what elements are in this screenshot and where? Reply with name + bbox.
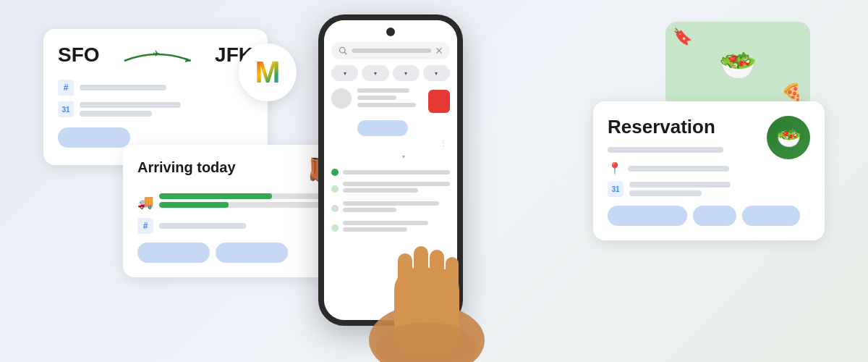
hashtag-icon: # (58, 80, 74, 96)
phone-search-bar[interactable] (331, 42, 450, 59)
status-dot-1 (331, 169, 339, 176)
food-plate-emoji: 🥗 (776, 126, 801, 150)
status-dot-3 (331, 205, 339, 212)
reservation-card: Reservation 🥗 📍 31 (593, 101, 825, 240)
food-emoji: 🥗 (719, 48, 757, 83)
gmail-logo: M (239, 43, 297, 101)
food-preview-card: 🥗 🍕 🔖 (665, 22, 810, 109)
flight-arrow: ✈ (106, 46, 210, 64)
reservation-location-row: 📍 (608, 161, 810, 175)
flight-detail-bar (80, 85, 166, 90)
reservation-calendar-icon: 31 (608, 181, 624, 197)
email-item-1 (331, 88, 450, 113)
delivery-progress (159, 193, 333, 211)
email-item-3 (331, 182, 450, 195)
flight-action-button[interactable] (58, 127, 130, 148)
email-lines-1 (357, 88, 422, 110)
flight-calendar-row: 31 (58, 101, 253, 117)
reservation-date-bar (629, 182, 731, 188)
filter-row: ▾ ▾ ▾ ▾ (331, 65, 450, 81)
flight-time-bar (80, 111, 152, 117)
reservation-time-bar (629, 190, 702, 196)
dropdown-indicator: ▾ (357, 148, 450, 161)
pizza-emoji: 🍕 (781, 83, 803, 103)
flight-origin: SFO (58, 43, 100, 67)
reservation-detail-bar (608, 147, 723, 153)
progress-fill-2 (159, 202, 229, 208)
delivery-title: Arriving today (137, 159, 236, 176)
delivery-hashtag-row: # (137, 218, 333, 234)
flight-hashtag-row: # (58, 80, 253, 96)
svg-rect-10 (430, 250, 444, 308)
email-item-2 (331, 169, 450, 176)
reservation-button-2[interactable] (693, 206, 736, 226)
food-image: 🥗 🍕 🔖 (665, 22, 810, 109)
more-dots: ⋮ (357, 139, 450, 147)
filter-chip-4[interactable]: ▾ (423, 65, 450, 81)
reservation-button-3[interactable] (742, 206, 800, 226)
reservation-food-icon: 🥗 (767, 116, 810, 159)
avatar-1 (331, 88, 352, 109)
email-action-pill[interactable] (357, 120, 408, 136)
search-text-bar (352, 49, 431, 53)
gmail-letter: M (255, 57, 281, 88)
shopping-bag-icon (428, 90, 450, 113)
delivery-status-row: 🚚 (137, 193, 333, 211)
status-dot-4 (331, 224, 339, 232)
flight-date-bar (80, 102, 181, 108)
delivery-card: Arriving today 👢 🚚 # (123, 145, 347, 277)
delivery-button-1[interactable] (137, 243, 210, 263)
search-icon (339, 46, 347, 55)
progress-fill (159, 193, 272, 199)
svg-rect-9 (414, 246, 428, 308)
location-pin-icon: 📍 (608, 161, 622, 175)
hand (354, 210, 499, 362)
close-icon (435, 47, 443, 54)
location-bar (628, 166, 729, 172)
svg-rect-11 (446, 257, 459, 308)
filter-chip-1[interactable]: ▾ (331, 65, 358, 81)
reservation-button-1[interactable] (608, 206, 687, 226)
delivery-button-2[interactable] (216, 243, 288, 263)
filter-chip-3[interactable]: ▾ (393, 65, 420, 81)
svg-text:✈: ✈ (152, 49, 159, 59)
phone-camera (386, 28, 395, 36)
filter-chip-2[interactable]: ▾ (362, 65, 388, 81)
svg-rect-8 (398, 253, 412, 311)
flight-route: SFO ✈ JFK (58, 43, 253, 67)
svg-line-3 (344, 52, 346, 54)
blue-pill-container: ⋮ ▾ (357, 120, 450, 161)
calendar-icon: 31 (58, 101, 74, 117)
reservation-calendar-row: 31 (608, 181, 810, 197)
delivery-hashtag-icon: # (137, 218, 153, 234)
bookmark-icon: 🔖 (673, 28, 692, 46)
delivery-id-bar (159, 223, 246, 229)
truck-icon: 🚚 (137, 194, 153, 210)
delivery-actions (137, 243, 333, 263)
svg-point-2 (340, 48, 346, 54)
reservation-actions (608, 206, 810, 226)
status-dot-2 (331, 185, 339, 193)
